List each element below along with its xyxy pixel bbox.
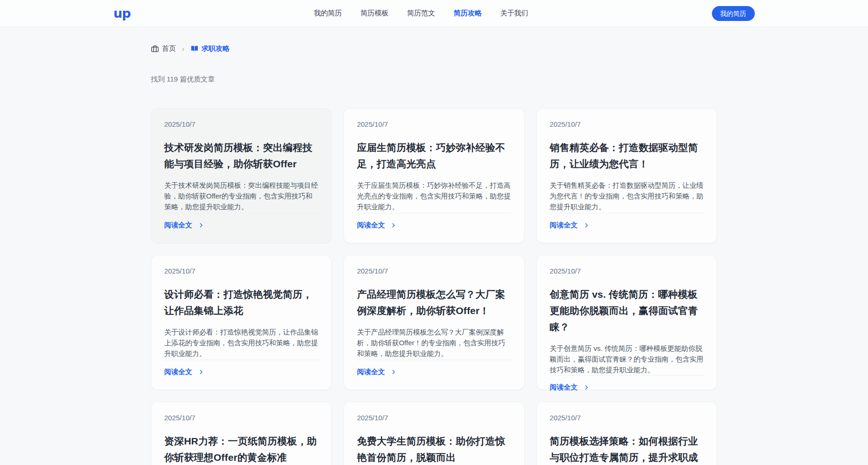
article-card[interactable]: 2025/10/7 创意简历 vs. 传统简历：哪种模板更能助你脱颖而出，赢得面… [536, 255, 718, 390]
briefcase-icon [151, 45, 159, 53]
main-nav: 我的简历 简历模板 简历范文 简历攻略 关于我们 [130, 9, 711, 18]
article-description: 关于技术研发岗简历模板：突出编程技能与项目经验，助你斩获Offer的专业指南，包… [164, 180, 319, 212]
card-divider [550, 375, 704, 376]
nav-item-resume-templates[interactable]: 简历模板 [361, 9, 389, 18]
nav-item-resume-guides[interactable]: 简历攻略 [454, 9, 482, 18]
nav-item-about-us[interactable]: 关于我们 [500, 9, 528, 18]
card-divider [164, 360, 319, 360]
article-description: 关于创意简历 vs. 传统简历：哪种模板更能助你脱颖而出，赢得面试官青睐？的专业… [550, 343, 704, 375]
article-title: 免费大学生简历模板：助你打造惊艳首份简历，脱颖而出 [357, 433, 511, 465]
article-card[interactable]: 2025/10/7 资深HR力荐：一页纸简历模板，助你斩获理想Offer的黄金标… [151, 402, 332, 465]
read-more-link[interactable]: 阅读全文 [164, 368, 204, 376]
card-divider [357, 360, 511, 360]
arrow-right-icon [390, 369, 396, 375]
arrow-right-icon [390, 222, 396, 228]
card-divider [357, 213, 511, 213]
article-grid: 2025/10/7 技术研发岗简历模板：突出编程技能与项目经验，助你斩获Offe… [151, 108, 718, 465]
article-title: 创意简历 vs. 传统简历：哪种模板更能助你脱颖而出，赢得面试官青睐？ [550, 286, 704, 335]
card-divider [164, 213, 319, 213]
article-date: 2025/10/7 [357, 414, 511, 422]
article-card[interactable]: 2025/10/7 技术研发岗简历模板：突出编程技能与项目经验，助你斩获Offe… [151, 108, 332, 243]
article-card-footer: 阅读全文 [550, 375, 704, 392]
breadcrumb-home-link[interactable]: 首页 [151, 44, 176, 53]
arrow-right-icon [583, 384, 589, 390]
breadcrumb: 首页 › 求职攻略 [151, 44, 718, 53]
article-date: 2025/10/7 [550, 414, 704, 422]
article-description: 关于销售精英必备：打造数据驱动型简历，让业绩为您代言！的专业指南，包含实用技巧和… [550, 180, 704, 212]
open-book-icon [191, 45, 198, 53]
article-title: 应届生简历模板：巧妙弥补经验不足，打造高光亮点 [357, 139, 511, 172]
article-card-footer: 阅读全文 [550, 213, 704, 230]
card-divider [550, 213, 704, 213]
read-more-link[interactable]: 阅读全文 [357, 221, 396, 230]
article-card-footer: 阅读全文 [357, 213, 511, 230]
arrow-right-icon [198, 222, 204, 228]
read-more-label: 阅读全文 [550, 221, 578, 230]
read-more-label: 阅读全文 [357, 368, 385, 376]
breadcrumb-current: 求职攻略 [191, 44, 230, 53]
my-resume-button[interactable]: 我的简历 [712, 6, 755, 21]
article-date: 2025/10/7 [550, 267, 704, 275]
article-title: 简历模板选择策略：如何根据行业与职位打造专属简历，提升求职成功率 [550, 433, 704, 465]
article-description: 关于设计师必看：打造惊艳视觉简历，让作品集锦上添花的专业指南，包含实用技巧和策略… [164, 327, 319, 359]
read-more-label: 阅读全文 [164, 368, 192, 376]
article-card[interactable]: 2025/10/7 设计师必看：打造惊艳视觉简历，让作品集锦上添花 关于设计师必… [151, 255, 332, 390]
article-title: 资深HR力荐：一页纸简历模板，助你斩获理想Offer的黄金标准 [164, 433, 319, 465]
article-card[interactable]: 2025/10/7 应届生简历模板：巧妙弥补经验不足，打造高光亮点 关于应届生简… [343, 108, 525, 243]
read-more-label: 阅读全文 [357, 221, 385, 230]
article-date: 2025/10/7 [550, 120, 704, 128]
nav-item-resume-samples[interactable]: 简历范文 [407, 9, 435, 18]
chevron-right-icon: › [180, 45, 186, 53]
arrow-right-icon [583, 222, 589, 228]
nav-item-my-resume[interactable]: 我的简历 [314, 9, 342, 18]
top-header: up 我的简历 简历模板 简历范文 简历攻略 关于我们 我的简历 [0, 0, 868, 27]
article-title: 产品经理简历模板怎么写？大厂案例深度解析，助你斩获Offer！ [357, 286, 511, 319]
article-date: 2025/10/7 [164, 414, 319, 422]
breadcrumb-home-label: 首页 [162, 44, 176, 53]
article-date: 2025/10/7 [357, 267, 511, 275]
article-card-footer: 阅读全文 [357, 360, 511, 376]
article-card[interactable]: 2025/10/7 简历模板选择策略：如何根据行业与职位打造专属简历，提升求职成… [536, 402, 718, 465]
article-card[interactable]: 2025/10/7 销售精英必备：打造数据驱动型简历，让业绩为您代言！ 关于销售… [536, 108, 718, 243]
results-count: 找到 119 篇优质文章 [151, 75, 718, 84]
read-more-link[interactable]: 阅读全文 [357, 368, 396, 376]
article-title: 销售精英必备：打造数据驱动型简历，让业绩为您代言！ [550, 139, 704, 172]
app-logo[interactable]: up [114, 7, 131, 20]
read-more-label: 阅读全文 [550, 383, 578, 392]
article-description: 关于产品经理简历模板怎么写？大厂案例深度解析，助你斩获Offer！的专业指南，包… [357, 327, 511, 359]
article-card[interactable]: 2025/10/7 免费大学生简历模板：助你打造惊艳首份简历，脱颖而出 阅读全文 [343, 402, 525, 465]
article-title: 设计师必看：打造惊艳视觉简历，让作品集锦上添花 [164, 286, 319, 319]
read-more-link[interactable]: 阅读全文 [550, 221, 589, 230]
read-more-link[interactable]: 阅读全文 [164, 221, 204, 230]
article-description: 关于应届生简历模板：巧妙弥补经验不足，打造高光亮点的专业指南，包含实用技巧和策略… [357, 180, 511, 212]
read-more-label: 阅读全文 [164, 221, 192, 230]
article-card[interactable]: 2025/10/7 产品经理简历模板怎么写？大厂案例深度解析，助你斩获Offer… [343, 255, 525, 390]
main-content: 首页 › 求职攻略 找到 119 篇优质文章 2025/10/7 技术研发岗简历… [151, 44, 718, 465]
read-more-link[interactable]: 阅读全文 [550, 383, 589, 392]
article-date: 2025/10/7 [164, 120, 319, 128]
article-date: 2025/10/7 [164, 267, 319, 275]
article-card-footer: 阅读全文 [164, 360, 319, 376]
article-card-footer: 阅读全文 [164, 213, 319, 230]
breadcrumb-current-label: 求职攻略 [202, 44, 230, 53]
article-title: 技术研发岗简历模板：突出编程技能与项目经验，助你斩获Offer [164, 139, 319, 172]
arrow-right-icon [198, 369, 204, 375]
article-date: 2025/10/7 [357, 120, 511, 128]
